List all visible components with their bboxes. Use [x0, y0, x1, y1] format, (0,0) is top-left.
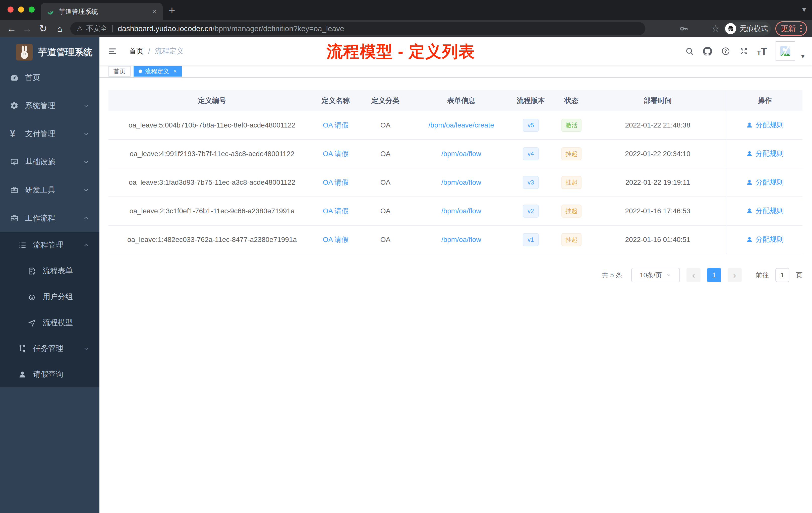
col-actions: 操作 [727, 90, 803, 111]
version-badge: v3 [523, 176, 539, 189]
site-favicon-leaf-icon [47, 8, 54, 15]
assign-rule-button[interactable]: 分配规则 [746, 120, 784, 130]
sidebar-item-payment[interactable]: ¥ 支付管理 [0, 120, 99, 148]
browser-window: 芋道管理系统 × + ▾ ← → ↻ ⌂ ⚠ 不安全 dashboard.yud… [0, 0, 812, 513]
user-icon [18, 370, 29, 379]
github-icon[interactable] [703, 47, 712, 56]
table-body: oa_leave:5:004b710b-7b8a-11ec-8ef0-acde4… [109, 111, 803, 254]
breadcrumb-home[interactable]: 首页 [129, 46, 144, 56]
definition-name-link[interactable]: OA 请假 [323, 207, 349, 215]
close-window-button[interactable] [7, 6, 13, 12]
tag-process-definition[interactable]: 流程定义 × [134, 66, 182, 77]
sidebar-item-process-management[interactable]: 流程管理 [0, 232, 99, 258]
definition-category: OA [380, 207, 390, 215]
tag-close-icon[interactable]: × [173, 68, 177, 75]
incognito-icon [725, 23, 736, 34]
sidebar-item-home[interactable]: 首页 [0, 63, 99, 92]
home-icon[interactable]: ⌂ [54, 20, 65, 37]
form-link[interactable]: /bpm/oa/flow [441, 236, 481, 243]
col-process-version: 流程版本 [508, 90, 554, 111]
address-bar[interactable]: ⚠ 不安全 dashboard.yudao.iocoder.cn/bpm/man… [70, 22, 645, 35]
new-tab-button[interactable]: + [169, 4, 175, 17]
assign-rule-button[interactable]: 分配规则 [746, 206, 784, 216]
search-icon[interactable] [685, 47, 694, 56]
page-size-select[interactable]: 10条/页 [631, 268, 680, 282]
definition-name-link[interactable]: OA 请假 [323, 150, 349, 158]
tab-close-icon[interactable]: × [152, 7, 157, 16]
browser-menu-icon[interactable] [800, 25, 802, 32]
assign-rule-button[interactable]: 分配规则 [746, 149, 784, 158]
table-row: oa_leave:1:482ec033-762a-11ec-8477-a2380… [109, 225, 803, 254]
definition-table: 定义编号 定义名称 定义分类 表单信息 流程版本 状态 部署时间 操作 oa_l… [109, 90, 803, 254]
help-icon[interactable]: ? [721, 47, 730, 56]
sidebar-item-user-group[interactable]: 用户分组 [0, 284, 99, 310]
monitor-icon [10, 158, 21, 166]
form-link[interactable]: /bpm/oa/flow [441, 178, 481, 186]
reload-icon[interactable]: ↻ [38, 20, 49, 37]
navbar: 首页 / 流程定义 流程模型 - 定义列表 ? TT ▾ [99, 37, 812, 65]
browser-tab-strip: 芋道管理系统 × + ▾ [0, 0, 812, 20]
tags-view: 首页 流程定义 × [99, 65, 812, 78]
person-icon [746, 179, 753, 186]
form-link[interactable]: /bpm/oa/leave/create [428, 121, 494, 129]
form-link[interactable]: /bpm/oa/flow [441, 150, 481, 158]
fullscreen-icon[interactable] [739, 47, 749, 56]
sidebar-item-process-model[interactable]: 流程模型 [0, 310, 99, 336]
definition-category: OA [380, 178, 390, 186]
avatar-caret-icon[interactable]: ▾ [801, 53, 805, 60]
back-icon[interactable]: ← [6, 20, 17, 37]
person-icon [746, 207, 753, 214]
sidebar-item-system[interactable]: 系统管理 [0, 92, 99, 120]
avatar[interactable] [776, 41, 795, 61]
gauge-icon [10, 73, 21, 82]
minimize-window-button[interactable] [18, 6, 24, 12]
version-badge: v1 [523, 233, 539, 246]
col-definition-id: 定义编号 [109, 90, 316, 111]
form-link[interactable]: /bpm/oa/flow [441, 207, 481, 215]
version-badge: v5 [523, 119, 539, 132]
chevron-down-icon [83, 187, 89, 193]
sidebar-item-task-management[interactable]: 任务管理 [0, 336, 99, 361]
version-badge: v2 [523, 205, 539, 218]
sidebar-item-dev-tools[interactable]: 研发工具 [0, 176, 99, 204]
plane-icon [28, 319, 39, 327]
definition-name-link[interactable]: OA 请假 [323, 236, 349, 243]
col-deploy-time: 部署时间 [589, 90, 727, 111]
assign-rule-button[interactable]: 分配规则 [746, 177, 784, 187]
app-logo-row[interactable]: 芋道管理系统 [0, 37, 99, 67]
breadcrumb: 首页 / 流程定义 [129, 37, 184, 65]
tab-search-caret-icon[interactable]: ▾ [802, 5, 806, 14]
page-1-button[interactable]: 1 [707, 268, 721, 282]
definition-name-link[interactable]: OA 请假 [323, 121, 349, 129]
definition-category: OA [380, 236, 390, 243]
prev-page-button[interactable]: ‹ [687, 268, 700, 282]
briefcase-icon [10, 214, 21, 222]
password-key-icon[interactable] [679, 24, 689, 34]
definition-name-link[interactable]: OA 请假 [323, 178, 349, 186]
tab-title: 芋道管理系统 [59, 7, 147, 16]
chrome-update-button[interactable]: 更新 [775, 21, 807, 36]
goto-page-input[interactable]: 1 [775, 268, 789, 282]
table-row: oa_leave:4:991f2193-7b7f-11ec-a3c8-acde4… [109, 140, 803, 168]
breadcrumb-separator: / [148, 47, 150, 56]
robot-icon [28, 293, 39, 301]
page-url[interactable]: dashboard.yudao.iocoder.cn/bpm/manager/d… [118, 24, 344, 33]
forward-icon[interactable]: → [22, 20, 33, 37]
sidebar-item-process-form[interactable]: 流程表单 [0, 258, 99, 284]
chevron-down-icon [83, 345, 89, 352]
sidebar-item-infrastructure[interactable]: 基础设施 [0, 148, 99, 176]
tag-home[interactable]: 首页 [109, 66, 130, 77]
hamburger-icon[interactable] [108, 47, 117, 56]
browser-tab[interactable]: 芋道管理系统 × [41, 3, 163, 20]
browser-toolbar: ← → ↻ ⌂ ⚠ 不安全 dashboard.yudao.iocoder.cn… [0, 20, 812, 37]
assign-rule-button[interactable]: 分配规则 [746, 235, 784, 244]
chevron-down-icon [666, 272, 671, 278]
status-badge: 激活 [561, 119, 581, 132]
next-page-button[interactable]: › [728, 268, 742, 282]
font-size-icon[interactable]: TT [757, 46, 767, 57]
bookmark-star-icon[interactable]: ☆ [712, 20, 720, 37]
deploy-time: 2022-01-16 01:40:51 [625, 236, 691, 243]
zoom-window-button[interactable] [29, 6, 35, 12]
sidebar-item-leave-query[interactable]: 请假查询 [0, 361, 99, 387]
sidebar-item-workflow[interactable]: 工作流程 [0, 204, 99, 232]
